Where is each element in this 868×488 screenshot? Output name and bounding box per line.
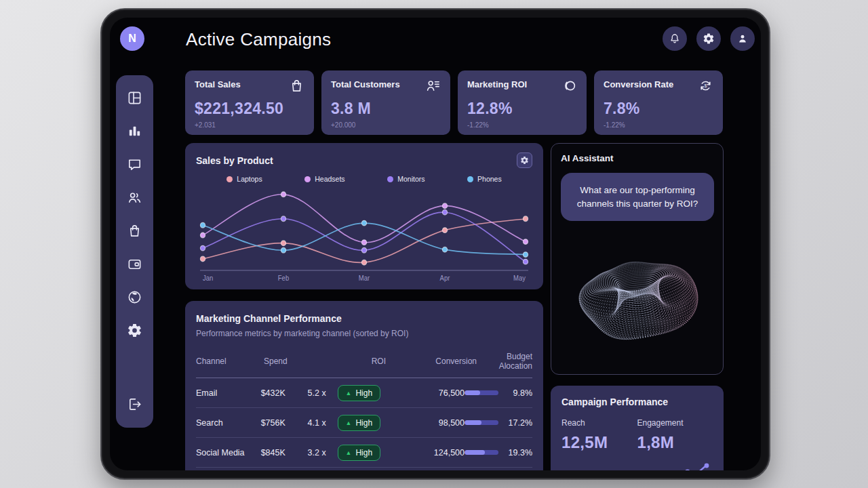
sidebar-item-chat[interactable] [123, 152, 146, 176]
roi-high-badge: ▲High [338, 415, 381, 431]
budget-percent: 17.2% [507, 418, 532, 428]
sidebar-item-bar-chart[interactable] [123, 119, 146, 142]
metric-engagement: Engagement 1,8M [637, 418, 713, 452]
cell-roi-badge: ▲High [338, 415, 400, 431]
dashboard-icon [127, 90, 142, 106]
sidebar-item-users[interactable] [123, 186, 146, 209]
cell-channel: Email [196, 388, 261, 398]
stat-delta: +2.031 [195, 121, 304, 129]
bar-chart-icon [127, 123, 142, 139]
column-header-conversion[interactable]: Conversion [409, 357, 477, 366]
sidebar-item-bag[interactable] [123, 219, 146, 242]
cell-spend: $845K [261, 448, 308, 458]
stat-label: Total Customers [331, 79, 400, 89]
legend-item-phones[interactable]: Phones [467, 175, 502, 183]
globe-icon [127, 289, 142, 305]
marketing-channel-performance-card: Marketing Channel Performance Performanc… [185, 301, 543, 470]
table-row[interactable]: Search$756K4.1 x▲High98,50017.2% [196, 408, 532, 438]
sidebar-item-logout[interactable] [123, 392, 146, 415]
sidebar-item-wallet[interactable] [123, 252, 146, 275]
roi-high-badge: ▲High [338, 385, 381, 401]
gear-icon [520, 156, 529, 165]
legend-dot [467, 176, 473, 182]
roi-high-badge: ▲High [338, 445, 381, 461]
conversation-rate-label: Conversation Rate [561, 470, 632, 470]
chart-settings-button[interactable] [517, 152, 532, 168]
legend-item-laptops[interactable]: Laptops [226, 175, 262, 183]
column-header-channel[interactable]: Channel [196, 357, 264, 366]
legend-dot [226, 176, 233, 182]
cell-roi-badge: ▲High [338, 385, 400, 401]
triangle-up-icon: ▲ [346, 449, 352, 456]
sales-chart-svg: JanFebMarAprMay [196, 184, 532, 285]
legend-label: Headsets [315, 175, 344, 183]
sidebar-item-globe[interactable] [123, 285, 146, 308]
trend-up-sparkline-icon [682, 462, 713, 470]
table-row[interactable]: Display$654K2.8 xMedium54,30014.9% [196, 468, 532, 470]
sales-by-product-card: Sales by Product LaptopsHeadsetsMonitors… [185, 143, 543, 289]
metric-reach: Reach 12,5M [561, 418, 637, 452]
shopping-bag-icon [289, 79, 304, 96]
budget-progress-bar [465, 390, 498, 395]
table-title: Marketing Channel Performance [196, 313, 532, 324]
legend-item-monitors[interactable]: Monitors [387, 175, 425, 183]
table-body: Email$432K5.2 x▲High76,5009.8%Search$756… [196, 378, 532, 470]
stat-value: 3.8 M [331, 100, 441, 118]
legend-dot [387, 176, 393, 182]
tablet-device-frame: N Active Campaigns [100, 8, 770, 480]
cell-budget-allocation: 17.2% [465, 418, 532, 428]
gear-icon [703, 33, 715, 45]
metric-label: Engagement [637, 418, 713, 428]
cell-roi-multiplier: 3.2 x [308, 448, 338, 458]
stat-value: 7.8% [604, 100, 713, 118]
settings-button[interactable] [696, 26, 721, 51]
cell-roi-multiplier: 5.2 x [308, 388, 338, 398]
cell-spend: $432K [261, 388, 308, 398]
cell-budget-allocation: 9.8% [465, 388, 532, 398]
chart-legend: LaptopsHeadsetsMonitorsPhones [196, 175, 532, 183]
sidebar-item-gear[interactable] [123, 319, 146, 342]
cell-budget-allocation: 19.3% [465, 448, 532, 458]
stat-value: $221,324.50 [195, 100, 304, 118]
budget-progress-bar [465, 420, 498, 425]
budget-percent: 9.8% [507, 388, 532, 398]
ai-prompt-bubble[interactable]: What are our top-performing channels thi… [561, 173, 714, 221]
svg-text:Apr: Apr [440, 274, 450, 281]
cell-conversion: 124,500 [399, 448, 465, 458]
table-row[interactable]: Email$432K5.2 x▲High76,5009.8% [196, 378, 532, 408]
avatar[interactable]: N [120, 26, 144, 51]
column-header-spend[interactable]: Spend [264, 357, 313, 366]
sales-card-title: Sales by Product [196, 155, 273, 166]
table-row[interactable]: Social Media$845K3.2 x▲High124,50019.3% [196, 438, 532, 468]
sidebar [116, 75, 153, 428]
stat-delta: -1.22% [604, 121, 713, 129]
svg-text:$: $ [704, 83, 707, 89]
stat-card-total-customers: Total Customers 3.8 M +20.000 [321, 70, 450, 135]
stat-delta: +20.000 [331, 121, 441, 129]
concentric-circles-icon [561, 79, 577, 96]
svg-text:Jan: Jan [203, 274, 213, 281]
legend-label: Monitors [397, 175, 425, 183]
table-subtitle: Performance metrics by marketing channel… [196, 329, 532, 338]
app-screen: N Active Campaigns [110, 18, 761, 470]
stat-card-marketing-roi: Marketing ROI 12.8% -1.22% [458, 70, 587, 135]
campaign-performance-card: Campaign Performance Reach 12,5M Engagem… [551, 386, 724, 470]
stat-label: Marketing ROI [467, 79, 527, 89]
profile-button[interactable] [730, 26, 755, 51]
budget-progress-bar [465, 450, 498, 455]
svg-text:May: May [513, 274, 526, 281]
sidebar-item-dashboard[interactable] [123, 86, 146, 109]
page-title: Active Campaigns [186, 29, 331, 50]
budget-percent: 19.3% [507, 448, 532, 458]
column-header-roi[interactable]: ROI [313, 357, 409, 366]
cell-conversion: 76,500 [399, 388, 465, 398]
users-icon [127, 190, 142, 205]
stat-value: 12.8% [467, 100, 577, 118]
notifications-button[interactable] [663, 26, 687, 51]
stat-delta: -1.22% [467, 121, 577, 129]
legend-item-headsets[interactable]: Headsets [304, 175, 344, 183]
chat-icon [127, 157, 142, 172]
logout-icon [127, 396, 142, 412]
metric-label: Reach [561, 418, 637, 428]
column-header-budget-allocation[interactable]: Budget Alocation [477, 352, 532, 371]
